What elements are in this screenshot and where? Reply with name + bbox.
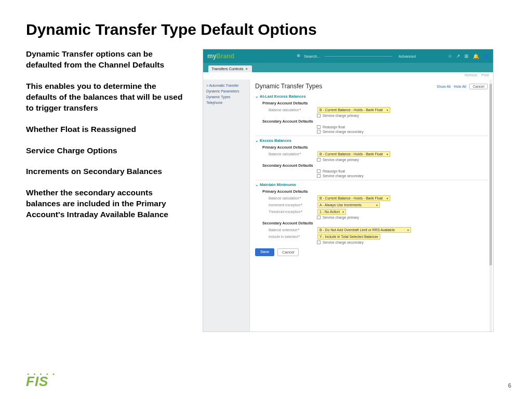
hide-all-link[interactable]: Hide All (454, 85, 466, 88)
reassign-float-label: Reassign float (323, 125, 345, 129)
star-icon[interactable]: ☆ (448, 54, 452, 59)
sidebar-item-dynamic-types[interactable]: Dynamic Types (206, 94, 246, 100)
cancel-button[interactable]: Cancel (277, 248, 299, 256)
secondary-defaults-heading: Secondary Account Defaults (262, 163, 488, 168)
section-maintain-minimums[interactable]: ⌄ Maintain Minimums (255, 180, 488, 187)
threshold-exception-label: Threshold exception (269, 210, 314, 214)
service-charge-secondary-label: Service charge secondary (323, 130, 364, 134)
balance-extension-select[interactable]: B - Do Not Add Overdraft Limit or RRS Av… (317, 227, 411, 233)
primary-defaults-heading: Primary Account Defaults (262, 189, 488, 194)
increment-exception-select[interactable]: A - Always Use Increments▾ (317, 202, 380, 208)
checkbox[interactable] (317, 125, 321, 129)
checkbox[interactable] (317, 130, 321, 134)
grid-icon[interactable]: ⊞ (464, 54, 469, 59)
service-charge-primary-label: Service charge primary (323, 114, 359, 117)
service-charge-secondary-label: Service charge secondary (323, 241, 364, 244)
panel-title: Dynamic Transfer Types (255, 83, 322, 90)
secondary-defaults-heading: Secondary Account Defaults (262, 119, 488, 124)
include-selected-label: Include in selected (269, 235, 314, 238)
secondary-defaults-heading: Secondary Account Defaults (262, 221, 488, 225)
balance-calc-label: Balance calculation (269, 108, 314, 112)
fis-logo: ● ● ● ● ● FIS (26, 372, 56, 390)
bullet-3: Whether Float is Reassigned (26, 124, 187, 135)
refresh-link[interactable]: Refresh (464, 73, 477, 77)
close-icon[interactable]: × (245, 66, 247, 71)
user-icon[interactable]: 👤 (483, 54, 489, 59)
balance-extension-label: Balance extension (269, 228, 314, 232)
balance-calc-select[interactable]: B - Current Balance - Holds - Bank Float… (317, 151, 390, 157)
include-selected-select[interactable]: Y - Include in Total Selected Balance▾ (317, 234, 380, 240)
primary-defaults-heading: Primary Account Defaults (262, 101, 488, 105)
balance-calc-select[interactable]: B - Current Balance - Holds - Bank Float… (317, 195, 390, 201)
service-charge-primary-label: Service charge primary (323, 158, 359, 162)
topbar-icons: ☆ ↗ ⊞ 🔔 👤 (448, 54, 489, 59)
balance-calc-select[interactable]: B - Current Balance - Holds - Bank Float… (317, 107, 390, 113)
checkbox[interactable] (317, 169, 321, 173)
search-placeholder: Search... (304, 54, 321, 59)
page-number: 6 (508, 382, 511, 389)
checkbox[interactable] (317, 216, 321, 219)
checkbox[interactable] (317, 158, 321, 162)
chevron-down-icon: ▾ (407, 228, 409, 232)
checkbox[interactable] (317, 114, 321, 117)
print-link[interactable]: Print (482, 73, 489, 77)
checkbox[interactable] (317, 174, 321, 178)
increment-exception-label: Increment exception (269, 203, 314, 207)
threshold-exception-select[interactable]: 1 - No Action▾ (317, 209, 346, 215)
app-screenshot: myBrand 🔍 Search... Advanced ☆ ↗ ⊞ 🔔 👤 (203, 49, 494, 332)
brand-logo: myBrand (207, 52, 234, 60)
sidebar-item-automatic-transfer[interactable]: > Automatic Transfer (206, 83, 246, 88)
reassign-float-label: Reassign float (323, 169, 345, 173)
chevron-down-icon: ▾ (387, 152, 388, 156)
search-box[interactable]: 🔍 Search... (297, 54, 392, 59)
balance-calc-label: Balance calculation (269, 196, 314, 200)
section-at-last-excess[interactable]: ⌄ At-Last Excess Balances (255, 94, 488, 99)
bullet-column: Dynamic Transfer options can be defaulte… (26, 49, 187, 332)
service-charge-secondary-label: Service charge secondary (323, 174, 364, 178)
chevron-down-icon: ▾ (377, 235, 378, 238)
balance-calc-label: Balance calculation (269, 152, 314, 156)
chevron-down-icon: ▾ (387, 108, 388, 112)
sidebar: > Automatic Transfer Dynamic Parameters … (203, 79, 250, 331)
chevron-down-icon: ▾ (387, 196, 388, 200)
bullet-6: Whether the secondary accounts balances … (26, 188, 187, 220)
chevron-down-icon: ▾ (342, 210, 344, 214)
section-excess-balances[interactable]: ⌄ Excess Balances (255, 136, 488, 143)
scrollbar[interactable] (489, 79, 492, 331)
page-title: Dynamic Transfer Type Default Options (26, 21, 506, 38)
tab-transfers-controls[interactable]: Transfers Controls × (208, 65, 252, 72)
wrench-icon[interactable]: ↗ (456, 54, 460, 59)
bullet-4: Service Charge Options (26, 145, 187, 156)
cancel-button-top[interactable]: Cancel (469, 84, 488, 89)
chevron-down-icon: ▾ (376, 203, 378, 207)
advanced-link[interactable]: Advanced (398, 54, 416, 59)
bullet-2: This enables you to determine the defaul… (26, 81, 187, 114)
show-all-link[interactable]: Show All (437, 85, 451, 88)
bullet-5: Increments on Secondary Balances (26, 166, 187, 177)
bell-icon[interactable]: 🔔 (473, 54, 479, 59)
tab-bar: Transfers Controls × (203, 63, 493, 72)
service-charge-primary-label: Service charge primary (323, 216, 359, 219)
topbar: myBrand 🔍 Search... Advanced ☆ ↗ ⊞ 🔔 👤 (203, 49, 493, 63)
sidebar-item-dynamic-parameters[interactable]: Dynamic Parameters (206, 88, 246, 94)
meta-bar: Refresh Print (203, 72, 493, 79)
checkbox[interactable] (317, 241, 321, 244)
bullet-1: Dynamic Transfer options can be defaulte… (26, 49, 187, 71)
search-icon: 🔍 (297, 54, 302, 59)
main-panel: Dynamic Transfer Types Show All Hide All… (250, 79, 493, 331)
scrollbar-thumb[interactable] (489, 84, 492, 265)
primary-defaults-heading: Primary Account Defaults (262, 145, 488, 150)
sidebar-item-telephone[interactable]: Telephone (206, 100, 246, 105)
save-button[interactable]: Save (255, 248, 274, 256)
